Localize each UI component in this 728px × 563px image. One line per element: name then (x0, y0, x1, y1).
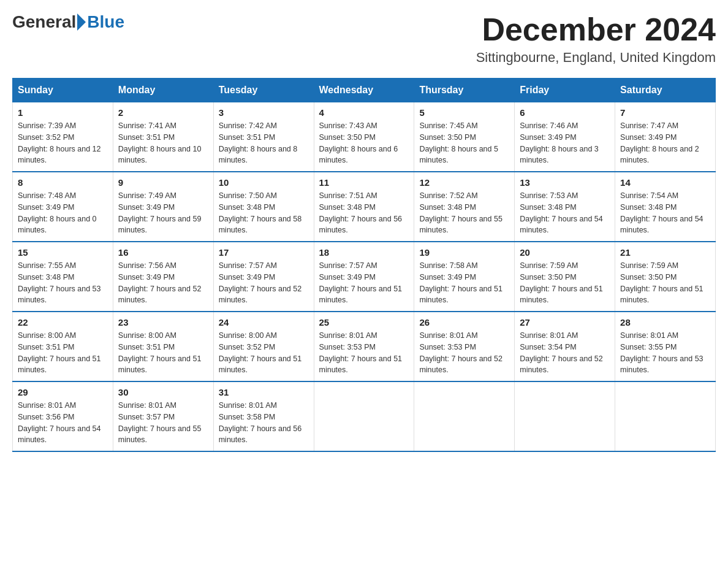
day-info: Sunrise: 8:01 AM Sunset: 3:54 PM Dayligh… (520, 330, 610, 376)
day-number: 1 (18, 107, 108, 118)
day-number: 5 (419, 107, 509, 118)
table-row: 21 Sunrise: 7:59 AM Sunset: 3:50 PM Dayl… (615, 242, 716, 312)
day-info: Sunrise: 7:48 AM Sunset: 3:49 PM Dayligh… (18, 190, 108, 236)
day-number: 9 (118, 177, 208, 188)
day-number: 27 (520, 317, 610, 327)
day-info: Sunrise: 8:00 AM Sunset: 3:51 PM Dayligh… (118, 330, 208, 376)
table-row: 26 Sunrise: 8:01 AM Sunset: 3:53 PM Dayl… (414, 312, 515, 381)
table-row: 9 Sunrise: 7:49 AM Sunset: 3:49 PM Dayli… (113, 172, 213, 242)
table-row: 31 Sunrise: 8:01 AM Sunset: 3:58 PM Dayl… (213, 381, 314, 451)
weekday-header-row: Sunday Monday Tuesday Wednesday Thursday… (13, 79, 716, 102)
day-number: 2 (118, 107, 208, 118)
day-number: 28 (620, 317, 710, 327)
day-number: 7 (620, 107, 710, 118)
table-row: 29 Sunrise: 8:01 AM Sunset: 3:56 PM Dayl… (13, 381, 113, 451)
header-tuesday: Tuesday (213, 79, 314, 102)
day-info: Sunrise: 7:56 AM Sunset: 3:49 PM Dayligh… (118, 260, 208, 306)
day-number: 18 (319, 247, 409, 258)
day-info: Sunrise: 7:57 AM Sunset: 3:49 PM Dayligh… (219, 260, 309, 306)
day-info: Sunrise: 8:00 AM Sunset: 3:51 PM Dayligh… (18, 330, 108, 376)
day-info: Sunrise: 7:39 AM Sunset: 3:52 PM Dayligh… (18, 120, 108, 166)
table-row (515, 381, 615, 451)
day-info: Sunrise: 7:50 AM Sunset: 3:48 PM Dayligh… (219, 190, 309, 236)
table-row: 19 Sunrise: 7:58 AM Sunset: 3:49 PM Dayl… (414, 242, 515, 312)
day-number: 20 (520, 247, 610, 258)
day-number: 10 (219, 177, 309, 188)
header-saturday: Saturday (615, 79, 716, 102)
day-number: 3 (219, 107, 309, 118)
day-number: 13 (520, 177, 610, 188)
table-row: 7 Sunrise: 7:47 AM Sunset: 3:49 PM Dayli… (615, 102, 716, 172)
header-friday: Friday (515, 79, 615, 102)
day-number: 16 (118, 247, 208, 258)
table-row (615, 381, 716, 451)
day-info: Sunrise: 7:55 AM Sunset: 3:48 PM Dayligh… (18, 260, 108, 306)
table-row: 22 Sunrise: 8:00 AM Sunset: 3:51 PM Dayl… (13, 312, 113, 381)
logo: General Blue (12, 12, 124, 32)
location-subtitle: Sittingbourne, England, United Kingdom (476, 50, 716, 66)
table-row (414, 381, 515, 451)
header-thursday: Thursday (414, 79, 515, 102)
day-info: Sunrise: 8:01 AM Sunset: 3:56 PM Dayligh… (18, 400, 108, 446)
day-number: 11 (319, 177, 409, 188)
table-row: 10 Sunrise: 7:50 AM Sunset: 3:48 PM Dayl… (213, 172, 314, 242)
table-row: 20 Sunrise: 7:59 AM Sunset: 3:50 PM Dayl… (515, 242, 615, 312)
logo-general-text: General (12, 12, 76, 32)
day-number: 12 (419, 177, 509, 188)
title-area: December 2024 Sittingbourne, England, Un… (476, 12, 716, 66)
day-number: 21 (620, 247, 710, 258)
table-row: 13 Sunrise: 7:53 AM Sunset: 3:48 PM Dayl… (515, 172, 615, 242)
day-info: Sunrise: 8:01 AM Sunset: 3:55 PM Dayligh… (620, 330, 710, 376)
calendar-week-row: 1 Sunrise: 7:39 AM Sunset: 3:52 PM Dayli… (13, 102, 716, 172)
day-info: Sunrise: 7:59 AM Sunset: 3:50 PM Dayligh… (520, 260, 610, 306)
table-row: 24 Sunrise: 8:00 AM Sunset: 3:52 PM Dayl… (213, 312, 314, 381)
day-info: Sunrise: 7:49 AM Sunset: 3:49 PM Dayligh… (118, 190, 208, 236)
calendar-week-row: 15 Sunrise: 7:55 AM Sunset: 3:48 PM Dayl… (13, 242, 716, 312)
day-info: Sunrise: 8:01 AM Sunset: 3:53 PM Dayligh… (319, 330, 409, 376)
logo-blue-text: Blue (87, 12, 124, 32)
table-row: 18 Sunrise: 7:57 AM Sunset: 3:49 PM Dayl… (314, 242, 414, 312)
day-info: Sunrise: 8:01 AM Sunset: 3:57 PM Dayligh… (118, 400, 208, 446)
header-wednesday: Wednesday (314, 79, 414, 102)
header-monday: Monday (113, 79, 213, 102)
day-number: 19 (419, 247, 509, 258)
day-number: 24 (219, 317, 309, 327)
day-number: 23 (118, 317, 208, 327)
day-info: Sunrise: 8:01 AM Sunset: 3:58 PM Dayligh… (219, 400, 309, 446)
table-row: 8 Sunrise: 7:48 AM Sunset: 3:49 PM Dayli… (13, 172, 113, 242)
table-row: 23 Sunrise: 8:00 AM Sunset: 3:51 PM Dayl… (113, 312, 213, 381)
table-row: 4 Sunrise: 7:43 AM Sunset: 3:50 PM Dayli… (314, 102, 414, 172)
day-info: Sunrise: 8:00 AM Sunset: 3:52 PM Dayligh… (219, 330, 309, 376)
day-info: Sunrise: 7:51 AM Sunset: 3:48 PM Dayligh… (319, 190, 409, 236)
table-row: 27 Sunrise: 8:01 AM Sunset: 3:54 PM Dayl… (515, 312, 615, 381)
day-number: 26 (419, 317, 509, 327)
calendar-week-row: 8 Sunrise: 7:48 AM Sunset: 3:49 PM Dayli… (13, 172, 716, 242)
day-info: Sunrise: 7:54 AM Sunset: 3:48 PM Dayligh… (620, 190, 710, 236)
table-row: 16 Sunrise: 7:56 AM Sunset: 3:49 PM Dayl… (113, 242, 213, 312)
day-number: 22 (18, 317, 108, 327)
day-info: Sunrise: 7:53 AM Sunset: 3:48 PM Dayligh… (520, 190, 610, 236)
table-row: 1 Sunrise: 7:39 AM Sunset: 3:52 PM Dayli… (13, 102, 113, 172)
table-row: 14 Sunrise: 7:54 AM Sunset: 3:48 PM Dayl… (615, 172, 716, 242)
day-number: 4 (319, 107, 409, 118)
day-number: 30 (118, 387, 208, 397)
day-info: Sunrise: 7:42 AM Sunset: 3:51 PM Dayligh… (219, 120, 309, 166)
day-info: Sunrise: 8:01 AM Sunset: 3:53 PM Dayligh… (419, 330, 509, 376)
calendar-table: Sunday Monday Tuesday Wednesday Thursday… (12, 78, 716, 452)
day-number: 31 (219, 387, 309, 397)
day-info: Sunrise: 7:52 AM Sunset: 3:48 PM Dayligh… (419, 190, 509, 236)
table-row: 28 Sunrise: 8:01 AM Sunset: 3:55 PM Dayl… (615, 312, 716, 381)
day-number: 14 (620, 177, 710, 188)
day-number: 6 (520, 107, 610, 118)
table-row: 25 Sunrise: 8:01 AM Sunset: 3:53 PM Dayl… (314, 312, 414, 381)
day-info: Sunrise: 7:59 AM Sunset: 3:50 PM Dayligh… (620, 260, 710, 306)
table-row: 11 Sunrise: 7:51 AM Sunset: 3:48 PM Dayl… (314, 172, 414, 242)
table-row: 3 Sunrise: 7:42 AM Sunset: 3:51 PM Dayli… (213, 102, 314, 172)
table-row: 6 Sunrise: 7:46 AM Sunset: 3:49 PM Dayli… (515, 102, 615, 172)
calendar-week-row: 29 Sunrise: 8:01 AM Sunset: 3:56 PM Dayl… (13, 381, 716, 451)
month-title: December 2024 (476, 12, 716, 47)
page-header: General Blue December 2024 Sittingbourne… (12, 12, 716, 66)
table-row: 30 Sunrise: 8:01 AM Sunset: 3:57 PM Dayl… (113, 381, 213, 451)
header-sunday: Sunday (13, 79, 113, 102)
calendar-week-row: 22 Sunrise: 8:00 AM Sunset: 3:51 PM Dayl… (13, 312, 716, 381)
